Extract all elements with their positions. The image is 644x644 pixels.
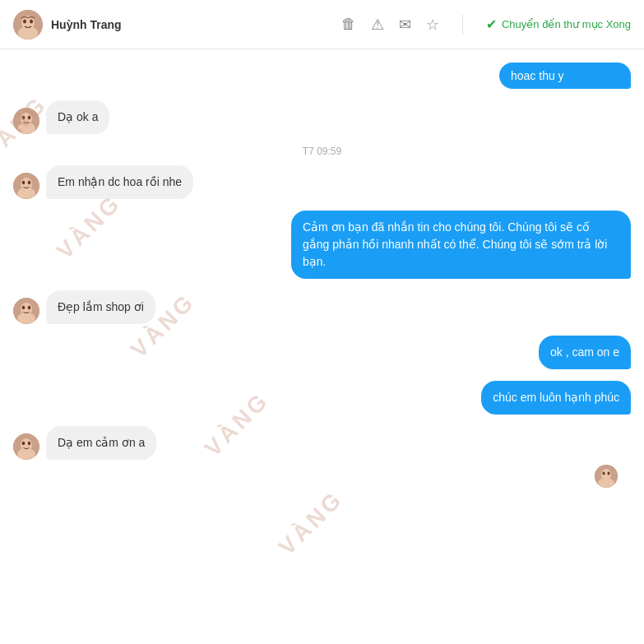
bubble: Em nhận dc hoa rồi nhe [46,165,193,199]
svg-point-22 [17,448,35,460]
svg-point-7 [17,123,35,134]
move-to-done-button[interactable]: ✔ Chuyển đến thư mục Xong [486,16,631,32]
svg-point-14 [28,181,31,184]
partial-bubble: hoac thu y [499,63,631,89]
bubble: Dạ ok a [46,100,109,134]
svg-point-17 [17,313,35,324]
svg-point-9 [28,116,31,119]
avatar [13,433,39,460]
chat-area: VÀNG VÀNG VÀNG VÀNG VÀNG hoac thu y Dạ o… [0,49,644,644]
svg-point-13 [22,181,25,184]
header-toolbar: 🗑 ⚠ ✉ ☆ ✔ Chuyển đến thư mục Xong [341,15,631,35]
svg-point-18 [22,306,25,309]
star-icon[interactable]: ☆ [426,16,439,34]
mail-icon[interactable]: ✉ [399,16,411,34]
svg-point-8 [22,116,25,119]
message-row: Dạ em cảm ơn a [13,426,631,460]
svg-point-12 [17,188,35,199]
seen-avatar [595,465,618,488]
message-row: Dạ ok a [13,100,631,134]
svg-point-3 [23,19,26,23]
delete-icon[interactable]: 🗑 [341,16,356,33]
info-icon[interactable]: ⚠ [371,16,384,34]
svg-point-28 [603,472,605,475]
bubble: Cảm ơn bạn đã nhắn tin cho chúng tôi. Ch… [291,211,631,279]
svg-point-23 [22,442,25,445]
message-row: ok , cam on e [13,336,631,369]
message-row: Đẹp lắm shop ơi [13,290,631,324]
message-row: Cảm ơn bạn đã nhắn tin cho chúng tôi. Ch… [13,211,631,279]
bottom-area [13,471,631,504]
svg-point-24 [28,442,31,445]
bubble: Dạ em cảm ơn a [46,426,156,460]
svg-point-29 [608,472,610,475]
svg-point-2 [18,26,38,39]
header-divider [462,15,463,35]
avatar [13,173,39,199]
header-left: Huỳnh Trang [13,10,341,39]
bubble: ok , cam on e [539,336,631,369]
contact-name: Huỳnh Trang [51,18,122,31]
chat-header: Huỳnh Trang 🗑 ⚠ ✉ ☆ ✔ Chuyển đến thư mục… [0,0,644,49]
contact-avatar [13,10,43,39]
message-row: chúc em luôn hạnh phúc [13,381,631,415]
avatar [13,298,39,324]
bubble: Đẹp lắm shop ơi [46,290,155,324]
bubble: chúc em luôn hạnh phúc [481,381,631,415]
move-done-label: Chuyển đến thư mục Xong [502,18,631,30]
svg-point-4 [30,19,33,23]
svg-point-19 [28,306,31,309]
timestamp: T7 09:59 [13,146,631,157]
svg-point-27 [598,478,614,488]
check-icon: ✔ [486,16,497,32]
avatar [13,108,39,134]
message-row: Em nhận dc hoa rồi nhe [13,165,631,199]
